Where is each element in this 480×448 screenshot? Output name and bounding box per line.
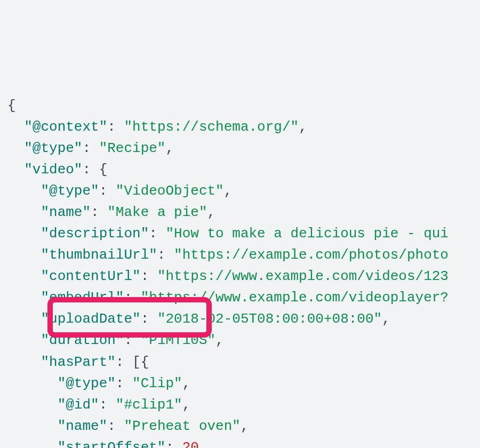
json-key: "thumbnailUrl" [41, 247, 157, 263]
code-line: "description": "How to make a delicious … [7, 223, 473, 244]
code-line: "uploadDate": "2018-02-05T08:00:00+08:00… [7, 308, 473, 330]
code-line: "thumbnailUrl": "https://example.com/pho… [7, 244, 473, 266]
code-line: "video": { [7, 159, 473, 180]
comma: , [215, 332, 224, 348]
json-string: "https://example.com/photos/photo [174, 247, 449, 263]
code-line: "duration": "P1MT10S", [7, 330, 473, 351]
code-line: "embedUrl": "https://www.example.com/vid… [7, 287, 473, 308]
json-key: "name" [58, 418, 108, 434]
colon: : [99, 183, 108, 199]
json-string: "https://schema.org/" [124, 119, 299, 135]
json-string: "How to make a delicious pie - qui [165, 226, 449, 242]
json-key: "description" [41, 226, 149, 242]
code-block: { "@context": "https://schema.org/", "@t… [7, 95, 473, 448]
json-key: "uploadDate" [41, 311, 140, 327]
json-key: "@type" [41, 183, 99, 199]
comma: , [182, 397, 191, 413]
code-line: "name": "Make a pie", [7, 202, 473, 223]
comma: , [207, 204, 216, 220]
json-string: "#clip1" [116, 397, 182, 413]
json-string: "https://www.example.com/videoplayer? [141, 290, 449, 306]
json-key: "@type" [24, 140, 82, 156]
colon: : [91, 204, 99, 220]
comma: , [182, 375, 191, 391]
json-key: "startOffset" [58, 439, 166, 448]
comma: , [165, 140, 174, 156]
json-key: "video" [24, 162, 82, 178]
json-key: "@context" [24, 119, 107, 135]
colon: : [165, 439, 174, 448]
json-string: "Make a pie" [107, 204, 207, 220]
json-key: "@type" [58, 375, 116, 391]
code-line: "@type": "Clip", [7, 373, 473, 394]
colon: : [107, 119, 116, 135]
json-string: "Clip" [132, 375, 182, 391]
code-line: "name": "Preheat oven", [7, 415, 473, 437]
brace: { [7, 98, 16, 114]
json-key: "embedUrl" [41, 290, 124, 306]
json-string: "Preheat oven" [124, 418, 240, 434]
json-key: "duration" [41, 332, 124, 348]
code-line: "@id": "#clip1", [7, 394, 473, 415]
brace: { [99, 162, 108, 178]
json-key: "@id" [58, 397, 99, 413]
colon: : [82, 140, 91, 156]
comma: , [299, 119, 307, 135]
json-string: "2018-02-05T08:00:00+08:00" [157, 311, 382, 327]
code-line: "@type": "Recipe", [7, 138, 473, 159]
json-string: "Recipe" [99, 140, 166, 156]
code-line: "contentUrl": "https://www.example.com/v… [7, 266, 473, 287]
json-key: "name" [41, 204, 91, 220]
colon: : [141, 268, 149, 284]
json-string: "P1MT10S" [141, 332, 215, 348]
json-key: "hasPart" [41, 354, 115, 370]
colon: : [116, 354, 124, 370]
json-string: "VideoObject" [116, 183, 224, 199]
colon: : [116, 375, 124, 391]
colon: : [124, 290, 132, 306]
colon: : [107, 418, 116, 434]
code-line: { [7, 95, 473, 116]
json-key: "contentUrl" [41, 268, 140, 284]
json-string: "https://www.example.com/videos/123 [157, 268, 449, 284]
comma: , [224, 183, 233, 199]
comma: , [199, 439, 207, 448]
bracket-brace: [{ [132, 354, 149, 370]
code-line: "@context": "https://schema.org/", [7, 116, 473, 138]
code-line: "@type": "VideoObject", [7, 180, 473, 202]
comma: , [241, 418, 249, 434]
colon: : [124, 332, 132, 348]
colon: : [157, 247, 166, 263]
code-line: "hasPart": [{ [7, 351, 473, 373]
colon: : [99, 397, 108, 413]
colon: : [141, 311, 149, 327]
colon: : [82, 162, 91, 178]
colon: : [149, 226, 157, 242]
json-number: 20 [182, 439, 199, 448]
code-line: "startOffset": 20, [7, 437, 473, 448]
comma: , [382, 311, 390, 327]
